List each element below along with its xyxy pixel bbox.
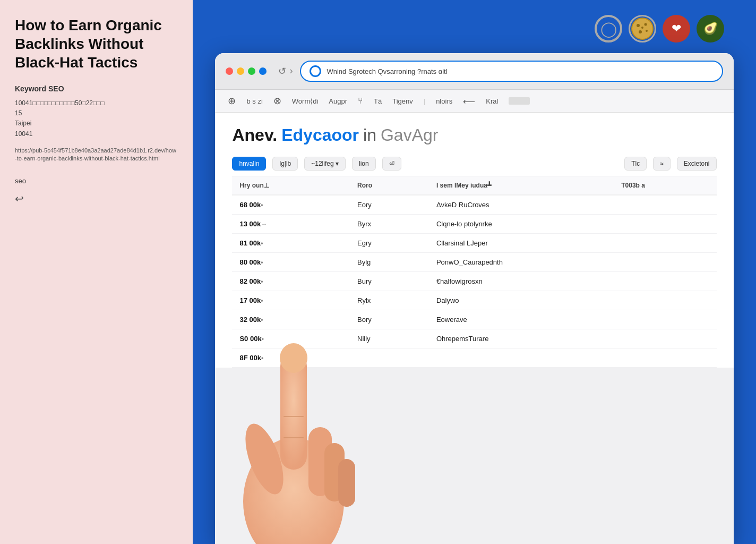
table-header-row: Hry oun⊥ Roro I sem IMey iudua┻ T003b a xyxy=(232,176,716,195)
svg-point-3 xyxy=(639,30,642,33)
top-icons-bar: ◯ ❤ 🥑 xyxy=(193,0,756,53)
avocado-icon: 🥑 xyxy=(697,15,724,42)
browser-content: Anev. Edycaoor in GavAgr hnvalin lg|lb ~… xyxy=(215,113,733,368)
cell-type-0: Eory xyxy=(350,195,429,215)
svg-point-1 xyxy=(637,24,640,27)
nav-buttons: ↺ › xyxy=(278,65,293,77)
cell-vol-1: 13 00k→ xyxy=(232,215,350,234)
page-title-row: Anev. Edycaoor in GavAgr xyxy=(232,125,716,145)
cell-desc-0: ΔvkeD RuCroves xyxy=(429,195,717,215)
back-nav-icon[interactable]: ↺ xyxy=(278,65,286,77)
table-row: 32 00k• Bory Eowerave xyxy=(232,310,716,329)
toolbar-btn-hnvalin[interactable]: hnvalin xyxy=(232,157,266,171)
address-bar[interactable]: Wnind Sgrotech Qvsarroning ?rnats αitl xyxy=(300,61,723,82)
meta-line1: 10041□□□□□□□□□□□50□22□□□ xyxy=(15,99,105,107)
toolbar-btn-enter[interactable]: ⏎ xyxy=(382,157,401,171)
tab-rect-icon xyxy=(509,97,530,105)
minimize-button[interactable] xyxy=(237,67,244,75)
tab-home-icon[interactable]: ⊕ xyxy=(228,95,236,107)
sidebar-tag: seo xyxy=(15,177,178,185)
tab-kral[interactable]: Kral xyxy=(486,97,498,105)
tab-divider: | xyxy=(424,97,425,105)
heart-icon: ❤ xyxy=(663,15,690,42)
cell-type-7: Nilly xyxy=(350,329,429,348)
circle-icon: ◯ xyxy=(595,15,622,42)
forward-nav-icon[interactable]: › xyxy=(289,65,293,77)
cell-type-4: Bury xyxy=(350,272,429,291)
cell-desc-6: Eowerave xyxy=(429,310,717,329)
table-row: 68 00k• Eory ΔvkeD RuCroves xyxy=(232,195,716,215)
tab-kral-icon: ⟵ xyxy=(463,96,475,106)
meta-line3: Taipei xyxy=(15,120,31,127)
svg-point-2 xyxy=(645,23,647,26)
cell-desc-1: Clqne-lo ptolynrke xyxy=(429,215,717,234)
cell-vol-7: S0 00k• xyxy=(232,329,350,348)
cell-vol-4: 82 00k• xyxy=(232,272,350,291)
browser-titlebar: ↺ › Wnind Sgrotech Qvsarroning ?rnats αi… xyxy=(215,53,733,90)
cell-vol-0: 68 00k• xyxy=(232,195,350,215)
cell-vol-5: 17 00k• xyxy=(232,291,350,310)
back-arrow-icon: ↩ xyxy=(15,192,178,205)
address-text: Wnind Sgrotech Qvsarroning ?rnats αitl xyxy=(327,67,713,75)
meta-line4: 10041 xyxy=(15,130,32,138)
sidebar-title: How to Earn Organic Backlinks Without Bl… xyxy=(15,16,178,72)
table-row: 80 00k• Bylg PonwO_Caurapednth xyxy=(232,253,716,272)
tab-ta[interactable]: Tā xyxy=(374,97,382,105)
keyword-label: Keyword SEO xyxy=(15,84,178,93)
extra-button[interactable] xyxy=(259,67,267,75)
sidebar: How to Earn Organic Backlinks Without Bl… xyxy=(0,0,193,544)
tab-icon2[interactable]: ⊗ xyxy=(273,95,281,107)
cell-desc-3: PonwO_Caurapednth xyxy=(429,253,717,272)
toolbar-btn-lglb[interactable]: lg|lb xyxy=(272,157,298,171)
toolbar-btn-approx[interactable]: ≈ xyxy=(653,157,671,171)
svg-point-4 xyxy=(646,30,648,32)
maximize-button[interactable] xyxy=(248,67,255,75)
tab-fork-icon: ⑂ xyxy=(358,96,363,106)
cell-vol-8: 8F 00k• xyxy=(232,348,350,368)
cell-desc-4: €halfowigrosxn xyxy=(429,272,717,291)
table-row: 8F 00k• xyxy=(232,348,716,368)
tab-tigenv[interactable]: Tigenv xyxy=(392,97,413,105)
table-row: 13 00k→ Byrx Clqne-lo ptolynrke xyxy=(232,215,716,234)
cell-desc-8 xyxy=(429,348,717,368)
table-row: 81 00k• Egry Cllarsinal LJeper xyxy=(232,234,716,253)
data-toolbar: hnvalin lg|lb ~12lifeg ▾ lion ⏎ Tlc ≈ Ex… xyxy=(232,151,716,176)
tab-nloirs[interactable]: nloirs xyxy=(436,97,452,105)
tab-bszi[interactable]: b s zi xyxy=(246,97,262,105)
svg-point-5 xyxy=(641,27,643,29)
toolbar-btn-lion[interactable]: lion xyxy=(352,157,376,171)
table-row: S0 00k• Nilly OhrepemsTurare xyxy=(232,329,716,348)
cell-vol-6: 32 00k• xyxy=(232,310,350,329)
table-row: 82 00k• Bury €halfowigrosxn xyxy=(232,272,716,291)
reload-icon xyxy=(310,65,321,77)
tab-augpr[interactable]: Augpr xyxy=(329,97,347,105)
page-title-part3: in xyxy=(363,125,376,145)
toolbar-btn-12lifeg[interactable]: ~12lifeg ▾ xyxy=(304,157,346,171)
page-header: Anev. Edycaoor in GavAgr xyxy=(215,113,733,151)
cell-type-1: Byrx xyxy=(350,215,429,234)
sidebar-url: https://pub-5c454f571b8e40a3a2aad27ade84… xyxy=(15,147,178,163)
cell-vol-3: 80 00k• xyxy=(232,253,350,272)
cell-desc-2: Cllarsinal LJeper xyxy=(429,234,717,253)
cell-type-6: Bory xyxy=(350,310,429,329)
cell-desc-7: OhrepemsTurare xyxy=(429,329,717,348)
main-area: ◯ ❤ 🥑 ↺ › xyxy=(193,0,756,544)
cell-type-3: Bylg xyxy=(350,253,429,272)
cookie-icon xyxy=(629,15,656,42)
col-header-4: T003b a xyxy=(614,176,716,195)
table-row: 17 00k• Rylx Dalywo xyxy=(232,291,716,310)
cell-desc-5: Dalywo xyxy=(429,291,717,310)
page-title-part4: GavAgr xyxy=(381,125,438,145)
cell-type-8 xyxy=(350,348,429,368)
data-table: Hry oun⊥ Roro I sem IMey iudua┻ T003b a … xyxy=(232,176,716,368)
toolbar-btn-excietoni[interactable]: Excietoni xyxy=(677,157,717,171)
browser-window: ↺ › Wnind Sgrotech Qvsarroning ?rnats αi… xyxy=(215,53,733,544)
cell-type-2: Egry xyxy=(350,234,429,253)
page-title-part1: Anev. xyxy=(232,125,277,145)
sidebar-meta: 10041□□□□□□□□□□□50□22□□□ 15 Taipei 10041 xyxy=(15,98,178,139)
col-header-3: I sem IMey iudua┻ xyxy=(429,176,614,195)
tab-worndi[interactable]: Worm⟨di xyxy=(292,97,319,105)
toolbar-btn-tlc[interactable]: Tlc xyxy=(624,157,647,171)
close-button[interactable] xyxy=(226,67,233,75)
col-header-1: Hry oun⊥ xyxy=(232,176,350,195)
